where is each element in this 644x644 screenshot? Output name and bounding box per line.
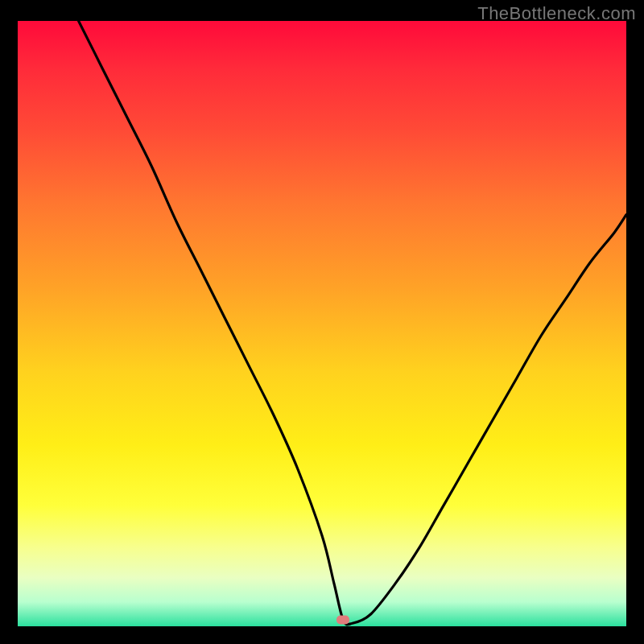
data-marker — [336, 616, 349, 625]
chart-frame: TheBottleneck.com — [0, 0, 644, 644]
watermark-text: TheBottleneck.com — [477, 3, 636, 24]
plot-area — [18, 21, 626, 626]
